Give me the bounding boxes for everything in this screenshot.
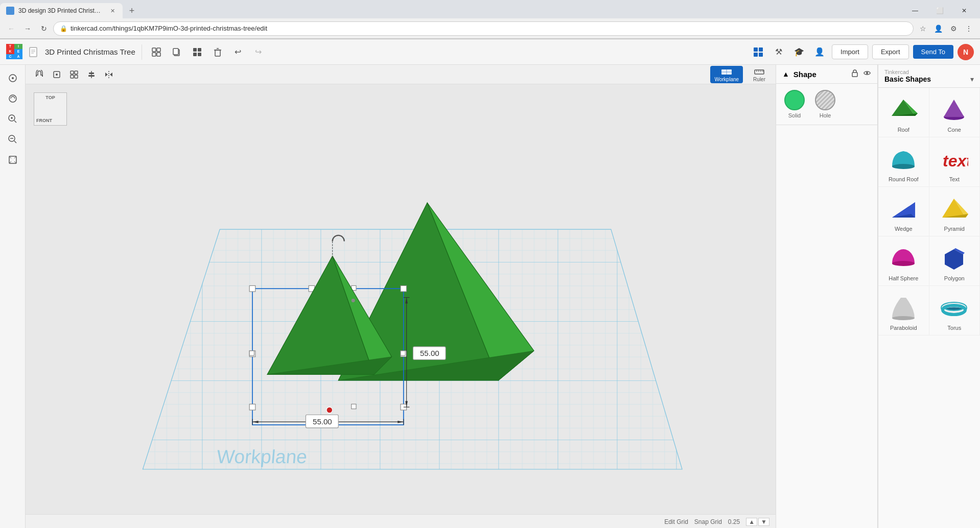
ruler-button[interactable]: Ruler [749,66,769,83]
library-category: Basic Shapes ▾ [884,75,974,83]
home-view-button[interactable] [4,69,22,87]
new-tab-button[interactable]: + [125,4,139,18]
magnet-snap-button[interactable] [32,67,47,82]
shape-panel-collapse-button[interactable]: ▲ [782,70,789,78]
viewport[interactable]: Workplane Ruler [26,65,776,528]
refresh-button[interactable]: ↻ [37,21,51,36]
library-brand: Tinkercad [884,69,974,75]
address-bar[interactable]: 🔒 tinkercad.com/things/1qbKM7P9imO-3d-pr… [53,21,914,36]
nav-actions: ☆ 👤 ⚙ ⋮ [916,21,976,36]
profile-button[interactable]: 👤 [931,21,945,36]
svg-rect-36 [71,71,74,74]
torus-icon [939,292,970,323]
group-button[interactable] [189,44,205,60]
import-button[interactable]: Import [832,44,868,59]
zoom-out-button[interactable] [4,130,22,149]
shape-item-wedge[interactable]: Wedge [878,187,929,236]
lock-button[interactable] [851,69,859,79]
shape-item-roof[interactable]: Roof [878,88,929,137]
shape-item-polygon[interactable]: Polygon [929,236,981,286]
svg-point-104 [892,261,915,266]
svg-point-97 [892,164,915,169]
svg-line-30 [14,141,16,143]
pyramid-icon [939,193,970,224]
shape-item-paraboloid[interactable]: Paraboloid [878,286,929,335]
shape-item-pyramid[interactable]: Pyramid [929,187,981,236]
shape-item-torus[interactable]: Torus [929,286,981,335]
minimize-button[interactable]: — [903,3,927,18]
hole-circle [815,90,835,110]
library-dropdown-button[interactable]: ▾ [970,75,974,83]
zoom-in-button[interactable] [4,110,22,128]
new-shape-button[interactable] [148,44,165,60]
hole-type-button[interactable]: Hole [815,90,835,118]
roof-icon [888,94,919,125]
toolbar-right: ⚒ 🎓 👤 Import Export Send To N [750,44,974,60]
shape-tool-button[interactable] [49,67,64,82]
redo-button[interactable]: ↪ [250,44,267,60]
svg-rect-10 [193,48,197,52]
roof-label: Roof [898,127,909,133]
tab-title: 3D design 3D Printed Christmas [18,7,104,14]
rotate-view-button[interactable] [4,89,22,108]
scene-svg: Workplane [26,84,776,528]
wedge-label: Wedge [895,226,913,232]
user-avatar[interactable]: N [958,44,974,60]
tools-button[interactable]: ⚒ [771,44,787,60]
snap-grid-stepper[interactable]: ▲ ▼ [746,518,769,526]
doc-icon[interactable] [27,45,41,59]
svg-rect-42 [88,75,95,77]
logo-cell-e: E [14,49,22,54]
view-mode-grid-button[interactable] [750,44,766,60]
logo-cell-c: C [6,54,14,59]
mirror-button[interactable] [101,67,116,82]
wedge-icon [888,193,919,224]
shape-item-cone[interactable]: Cone [929,88,981,137]
svg-marker-96 [944,100,964,117]
shape-item-half-sphere[interactable]: Half Sphere [878,236,929,286]
svg-rect-7 [157,53,160,56]
svg-rect-6 [152,53,156,56]
edit-grid-label[interactable]: Edit Grid [664,518,688,525]
svg-rect-13 [198,53,201,56]
workplane-button[interactable]: Workplane [710,66,743,83]
forward-button[interactable]: → [20,21,35,36]
maximize-button[interactable]: ⬜ [928,3,951,18]
tab-close-button[interactable]: ✕ [108,7,116,15]
community-button[interactable]: 🎓 [791,44,807,60]
browser-tab-active[interactable]: 3D design 3D Printed Christmas ✕ [0,3,123,18]
svg-marker-44 [105,73,108,77]
align-button[interactable] [84,67,99,82]
close-button[interactable]: ✕ [952,3,976,18]
svg-rect-49 [755,70,764,74]
svg-point-76 [352,299,355,302]
group-tool-button[interactable] [66,67,82,82]
back-button[interactable]: ← [4,21,18,36]
extensions-button[interactable]: ⚙ [946,21,961,36]
svg-rect-60 [249,285,255,292]
bookmark-button[interactable]: ☆ [916,21,930,36]
visible-button[interactable] [863,69,871,79]
torus-label: Torus [947,325,961,331]
fit-all-button[interactable] [4,151,22,169]
undo-button[interactable]: ↩ [230,44,246,60]
view-toolbar: Workplane Ruler [26,65,776,84]
delete-button[interactable] [209,44,226,60]
paraboloid-icon [888,292,919,323]
export-button[interactable]: Export [872,44,909,59]
library-header: Tinkercad Basic Shapes ▾ [878,65,980,88]
account-button[interactable]: 👤 [811,44,828,60]
send-to-button[interactable]: Send To [913,45,953,59]
logo-cell-k: K [6,49,14,54]
svg-point-35 [56,74,58,76]
svg-rect-37 [75,71,78,74]
shape-item-round-roof[interactable]: Round Roof [878,137,929,187]
shape-item-text[interactable]: text Text [929,137,981,187]
copy-button[interactable] [169,44,185,60]
pyramid-label: Pyramid [944,226,965,232]
menu-button[interactable]: ⋮ [962,21,976,36]
solid-type-button[interactable]: Solid [784,90,805,118]
hole-label: Hole [820,112,831,118]
cone-label: Cone [948,127,961,133]
left-sidebar [0,65,26,528]
